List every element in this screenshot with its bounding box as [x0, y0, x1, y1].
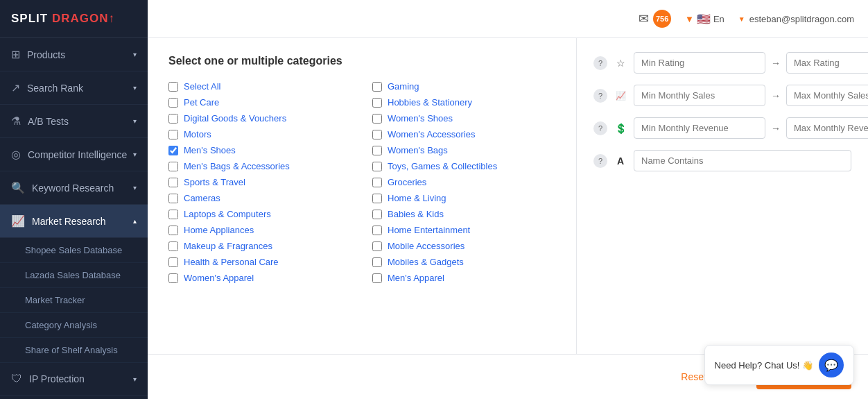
max-rating-input[interactable] [786, 52, 868, 74]
category-label-health-personal-care[interactable]: Health & Personal Care [184, 257, 279, 267]
rating-help[interactable]: ? [593, 56, 607, 70]
category-label-motors[interactable]: Motors [184, 129, 211, 139]
mail-button[interactable]: ✉ 756 [639, 10, 671, 28]
category-checkbox-digital-goods[interactable] [168, 114, 178, 124]
category-panel-title: Select one or multiple categories [168, 55, 555, 67]
category-checkbox-hobbies-stationery[interactable] [372, 98, 382, 108]
category-checkbox-mobiles-gadgets[interactable] [372, 257, 382, 267]
category-checkbox-sports-travel[interactable] [168, 178, 178, 187]
sidebar-item-market-tracker[interactable]: Market Tracker [0, 288, 148, 313]
user-menu[interactable]: ▼ esteban@splitdragon.com [738, 14, 854, 24]
sidebar-item-lazada-sales-db[interactable]: Lazada Sales Database [0, 263, 148, 288]
category-label-womens-apparel[interactable]: Women's Apparel [184, 273, 254, 283]
filters-panel: ? ☆ → ? 📈 → ? 💲 → [577, 38, 868, 354]
sidebar-item-ip-protection[interactable]: 🛡 IP Protection ▾ [0, 363, 148, 396]
category-label-mobiles-gadgets[interactable]: Mobiles & Gadgets [388, 257, 464, 267]
min-monthly-sales-input[interactable] [634, 85, 765, 106]
category-label-mens-shoes[interactable]: Men's Shoes [184, 145, 236, 155]
category-item-babies-kids: Babies & Kids [372, 209, 555, 219]
category-label-mens-apparel[interactable]: Men's Apparel [388, 273, 444, 283]
category-label-laptops-computers[interactable]: Laptops & Computers [184, 209, 271, 219]
sidebar-item-ab-tests[interactable]: ⚗ A/B Tests ▾ [0, 105, 148, 138]
category-label-sports-travel[interactable]: Sports & Travel [184, 177, 245, 187]
category-label-home-appliances[interactable]: Home Appliances [184, 225, 254, 235]
category-label-toys-games[interactable]: Toys, Games & Collectibles [388, 161, 497, 171]
category-label-home-living[interactable]: Home & Living [388, 193, 446, 203]
category-checkbox-womens-bags[interactable] [372, 146, 382, 155]
category-checkbox-home-entertainment[interactable] [372, 226, 382, 235]
category-checkbox-motors[interactable] [168, 130, 178, 139]
category-label-cameras[interactable]: Cameras [184, 193, 220, 203]
sidebar-item-label: Market Research [32, 216, 106, 227]
sub-item-label: Category Analysis [25, 320, 97, 330]
category-label-mens-bags[interactable]: Men's Bags & Accessories [184, 161, 290, 171]
category-label-makeup-fragrances[interactable]: Makeup & Fragrances [184, 241, 272, 251]
category-item-motors: Motors [168, 129, 351, 139]
category-checkbox-toys-games[interactable] [372, 162, 382, 171]
sidebar-item-category-analysis[interactable]: Category Analysis [0, 313, 148, 338]
category-checkbox-home-living[interactable] [372, 194, 382, 203]
category-checkbox-mobile-accessories[interactable] [372, 241, 382, 251]
category-label-mobile-accessories[interactable]: Mobile Accessories [388, 241, 465, 251]
category-checkbox-health-personal-care[interactable] [168, 257, 178, 267]
monthly-sales-help[interactable]: ? [593, 89, 607, 103]
category-checkbox-womens-accessories[interactable] [372, 130, 382, 139]
chat-open-button[interactable]: 💬 [819, 353, 844, 377]
category-checkbox-mens-apparel[interactable] [372, 273, 382, 283]
min-rating-input[interactable] [634, 52, 765, 74]
sidebar-item-share-of-shelf[interactable]: Share of Shelf Analysis [0, 338, 148, 363]
category-checkbox-womens-shoes[interactable] [372, 114, 382, 124]
category-label-pet-care[interactable]: Pet Care [184, 97, 219, 108]
category-checkbox-babies-kids[interactable] [372, 210, 382, 219]
sidebar-item-market-research[interactable]: 📈 Market Research ▴ [0, 205, 148, 238]
category-checkbox-gaming[interactable] [372, 82, 382, 92]
category-item-cameras: Cameras [168, 193, 351, 203]
market-research-icon: 📈 [11, 214, 25, 228]
sidebar-item-products[interactable]: ⊞ Products ▾ [0, 38, 148, 71]
category-checkbox-mens-bags[interactable] [168, 162, 178, 171]
logo-split: SPLIT [11, 12, 48, 25]
sidebar-item-keyword-research[interactable]: 🔍 Keyword Research ▾ [0, 171, 148, 205]
sidebar-item-search-rank[interactable]: ↗ Search Rank ▾ [0, 71, 148, 105]
category-checkbox-womens-apparel[interactable] [168, 273, 178, 283]
category-label-home-entertainment[interactable]: Home Entertainment [388, 225, 470, 235]
max-monthly-revenue-input[interactable] [786, 117, 868, 139]
category-checkbox-cameras[interactable] [168, 194, 178, 203]
revenue-icon: 💲 [613, 123, 628, 134]
category-label-gaming[interactable]: Gaming [388, 81, 419, 92]
category-checkbox-pet-care[interactable] [168, 98, 178, 108]
sub-item-label: Share of Shelf Analysis [25, 345, 118, 355]
category-label-hobbies-stationery[interactable]: Hobbies & Stationery [388, 97, 472, 108]
category-checkbox-makeup-fragrances[interactable] [168, 241, 178, 251]
category-checkbox-home-appliances[interactable] [168, 226, 178, 235]
min-monthly-revenue-input[interactable] [634, 117, 765, 139]
user-email: esteban@splitdragon.com [749, 14, 854, 24]
language-selector[interactable]: ▼ 🇺🇸 En [685, 12, 724, 26]
sidebar-item-competitor-intelligence[interactable]: ◎ Competitor Intelligence ▾ [0, 138, 148, 171]
category-checkbox-mens-shoes[interactable] [168, 146, 178, 155]
category-item-select-all: Select All [168, 81, 351, 92]
category-label-digital-goods[interactable]: Digital Goods & Vouchers [184, 113, 286, 124]
category-item-mens-bags: Men's Bags & Accessories [168, 161, 351, 171]
max-monthly-sales-input[interactable] [786, 85, 868, 106]
flag-icon: 🇺🇸 [697, 12, 711, 26]
category-label-womens-shoes[interactable]: Women's Shoes [388, 113, 453, 124]
name-help[interactable]: ? [593, 154, 607, 168]
sidebar-navigation: ⊞ Products ▾ ↗ Search Rank ▾ ⚗ A/B Tests… [0, 38, 148, 399]
name-contains-input[interactable] [634, 150, 851, 171]
category-label-babies-kids[interactable]: Babies & Kids [388, 209, 444, 219]
main-wrapper: ✉ 756 ▼ 🇺🇸 En ▼ esteban@splitdragon.com … [148, 0, 868, 399]
category-label-womens-bags[interactable]: Women's Bags [388, 145, 448, 155]
category-label-groceries[interactable]: Groceries [388, 177, 426, 187]
ab-tests-icon: ⚗ [11, 114, 21, 128]
category-checkbox-groceries[interactable] [372, 178, 382, 187]
category-label-womens-accessories[interactable]: Women's Accessories [388, 129, 476, 139]
sidebar-item-label: IP Protection [29, 373, 85, 384]
chat-bubble[interactable]: Need Help? Chat Us! 👋 💬 [704, 345, 854, 385]
monthly-revenue-help[interactable]: ? [593, 121, 607, 135]
category-checkbox-laptops-computers[interactable] [168, 210, 178, 219]
category-label-select-all[interactable]: Select All [184, 81, 220, 92]
sidebar-item-shopee-sales-db[interactable]: Shopee Sales Database [0, 238, 148, 263]
category-item-womens-accessories: Women's Accessories [372, 129, 555, 139]
category-checkbox-select-all[interactable] [168, 82, 178, 92]
